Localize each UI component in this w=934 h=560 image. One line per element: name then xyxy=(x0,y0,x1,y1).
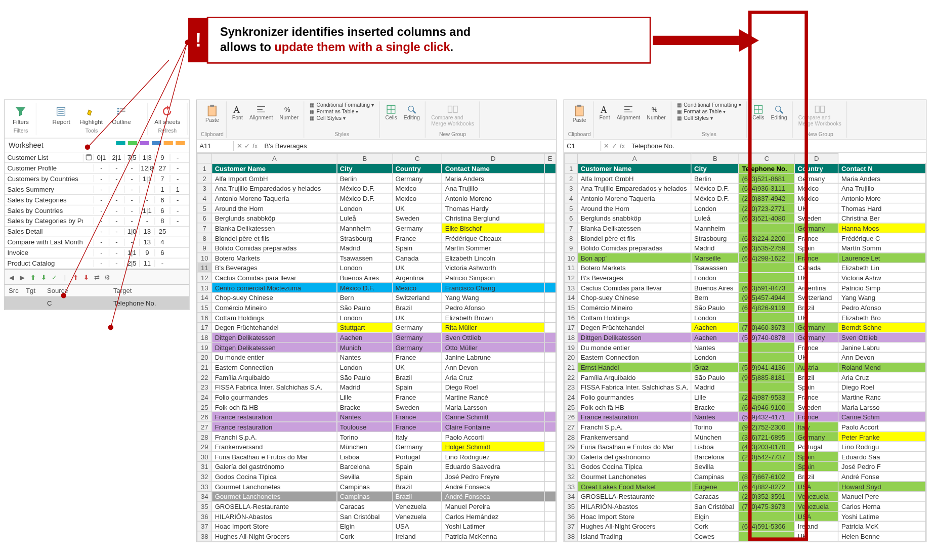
worksheet-row[interactable]: Product Catalog--2|511- xyxy=(5,259,189,269)
highlight-button[interactable]: Highlight xyxy=(75,104,107,127)
svg-text:%: % xyxy=(652,106,658,113)
enter-fx-icon[interactable]: ✓ xyxy=(244,143,249,150)
cells-button[interactable]: Cells xyxy=(383,103,400,122)
svg-rect-37 xyxy=(821,106,825,113)
worksheet-row[interactable]: Compare with Last Month---134 xyxy=(5,237,189,248)
outline-label: Outline xyxy=(112,118,131,125)
callout-text: Synkronizer identifies inserted columns … xyxy=(220,24,471,55)
excel-right-pane: Paste Clipboard AFont Alignment %Number … xyxy=(564,99,927,542)
exclamation-icon: ! xyxy=(188,18,208,62)
detail-row[interactable]: C Telephone No. xyxy=(5,297,189,310)
synkronizer-panel: Filters Filters Report Highlight xyxy=(4,99,190,310)
ribbon-right: Paste Clipboard AFont Alignment %Number … xyxy=(564,100,926,140)
paste-button[interactable]: Paste xyxy=(570,103,588,124)
compare-button[interactable]: Compare andMerge Workbooks xyxy=(796,103,844,128)
callout-line2a: allows to xyxy=(220,40,274,54)
nav-prev-icon[interactable]: ▶ xyxy=(18,272,27,281)
report-icon xyxy=(55,105,67,117)
detail-source-value: C xyxy=(47,299,113,307)
detail-grid: Src Tgt Source Target C Telephone No. xyxy=(5,285,189,309)
sheet-right[interactable]: ABCD1Customer NameCityTelephone No.Count… xyxy=(564,153,926,542)
filters-button[interactable]: Filters xyxy=(9,104,33,127)
svg-rect-11 xyxy=(210,105,214,107)
detail-tgt-header: Tgt xyxy=(26,287,47,294)
worksheet-row[interactable]: Customer Profile---12|827- xyxy=(5,163,189,174)
nav-next-diff-icon[interactable]: ⬇ xyxy=(39,272,48,281)
worksheet-row[interactable]: Sales by Countries---1|16- xyxy=(5,205,189,216)
worksheet-header-label: Worksheet xyxy=(9,141,44,149)
font-button[interactable]: AFont xyxy=(597,103,612,122)
formula-content-left[interactable]: B's Beverages xyxy=(261,143,307,150)
fmt-table-button[interactable]: ▦ Format as Table ▾ xyxy=(677,109,741,115)
enter-fx-icon[interactable]: ✓ xyxy=(612,143,617,150)
cond-fmt-button[interactable]: ▦ Conditional Formatting ▾ xyxy=(677,102,741,108)
filter-teal-icon[interactable] xyxy=(116,141,125,149)
nav-swap-icon[interactable]: ⇄ xyxy=(92,272,101,281)
callout-line1: Synkronizer identifies inserted columns … xyxy=(220,25,471,38)
worksheet-row[interactable]: Customer List0|12|17|51|39- xyxy=(5,152,189,163)
svg-rect-10 xyxy=(208,106,217,116)
svg-point-20 xyxy=(408,106,413,111)
alignment-button[interactable]: Alignment xyxy=(614,103,643,122)
filter-orange-icon[interactable] xyxy=(164,141,173,149)
nav-prev-diff-icon[interactable]: ⬆ xyxy=(28,272,37,281)
svg-rect-4 xyxy=(117,108,119,110)
filters-group-label: Filters xyxy=(14,128,28,134)
fx-icon[interactable]: fx xyxy=(620,143,625,150)
nav-accept-icon[interactable]: ✓ xyxy=(50,272,59,281)
filter-purple-icon[interactable] xyxy=(140,141,149,149)
svg-text:%: % xyxy=(284,106,290,113)
svg-text:A: A xyxy=(601,105,608,115)
report-button[interactable]: Report xyxy=(49,104,74,127)
sheet-left[interactable]: ABCDE1Customer NameCityCountryContact Na… xyxy=(197,153,556,542)
formula-bar-left: A11 ✕ ✓ fx B's Beverages xyxy=(197,140,556,153)
editing-button[interactable]: Editing xyxy=(768,103,790,122)
fx-icon[interactable]: fx xyxy=(252,143,258,150)
number-button[interactable]: %Number xyxy=(277,103,301,122)
svg-rect-6 xyxy=(117,111,119,112)
worksheet-header: Worksheet xyxy=(5,139,189,153)
worksheet-row[interactable]: Invoice--1|196 xyxy=(5,248,189,259)
svg-rect-25 xyxy=(577,105,581,107)
report-label: Report xyxy=(52,118,70,125)
detail-src-header: Src xyxy=(5,287,26,294)
cond-fmt-button[interactable]: ▦ Conditional Formatting ▾ xyxy=(310,102,374,108)
font-button[interactable]: AFont xyxy=(230,103,245,122)
number-button[interactable]: %Number xyxy=(644,103,668,122)
highlight-icon xyxy=(85,105,97,117)
svg-rect-36 xyxy=(815,106,819,113)
svg-line-21 xyxy=(413,111,415,113)
callout-dot-4 xyxy=(108,325,113,330)
nav-sep-icon: | xyxy=(60,272,69,281)
cancel-fx-icon[interactable]: ✕ xyxy=(604,143,609,150)
cancel-fx-icon[interactable]: ✕ xyxy=(237,143,242,150)
cell-styles-button[interactable]: ▦ Cell Styles ▾ xyxy=(677,115,741,121)
cell-styles-button[interactable]: ▦ Cell Styles ▾ xyxy=(310,115,374,121)
nav-bar: ◀ ▶ ⬆ ⬇ ✓ | ⬆ ⬇ ⇄ ⚙ xyxy=(5,269,189,285)
compare-button[interactable]: Compare andMerge Workbooks xyxy=(429,103,477,128)
filter-icon xyxy=(15,105,27,117)
worksheet-row[interactable]: Sales by Categories----6- xyxy=(5,195,189,205)
cells-button[interactable]: Cells xyxy=(750,103,767,122)
nav-reject2-icon[interactable]: ⬇ xyxy=(81,272,91,281)
svg-point-9 xyxy=(86,154,91,156)
formula-content-right[interactable]: Telephone No. xyxy=(627,143,674,150)
namebox-left[interactable]: A11 xyxy=(197,141,234,151)
namebox-right[interactable]: C1 xyxy=(564,141,601,151)
svg-line-35 xyxy=(780,111,783,113)
tools-group-label: Tools xyxy=(86,128,98,134)
alignment-button[interactable]: Alignment xyxy=(247,103,276,122)
fmt-table-button[interactable]: ▦ Format as Table ▾ xyxy=(310,109,374,115)
worksheet-row[interactable]: Customers by Countries---1|17- xyxy=(5,174,189,184)
editing-button[interactable]: Editing xyxy=(401,103,423,122)
highlight-label: Highlight xyxy=(79,118,103,125)
detail-header: Src Tgt Source Target xyxy=(5,285,189,297)
outline-button[interactable]: Outline xyxy=(108,104,135,127)
nav-gear-icon[interactable]: ⚙ xyxy=(103,272,112,281)
worksheet-row[interactable]: Sales by Categories by Prc----8- xyxy=(5,216,189,227)
nav-first-icon[interactable]: ◀ xyxy=(7,272,16,281)
refresh-group-label: Refresh xyxy=(158,128,177,134)
paste-button[interactable]: Paste xyxy=(203,103,222,124)
worksheet-row[interactable]: Sales Summery----11 xyxy=(5,184,189,195)
filter-orange2-icon[interactable] xyxy=(176,141,185,149)
